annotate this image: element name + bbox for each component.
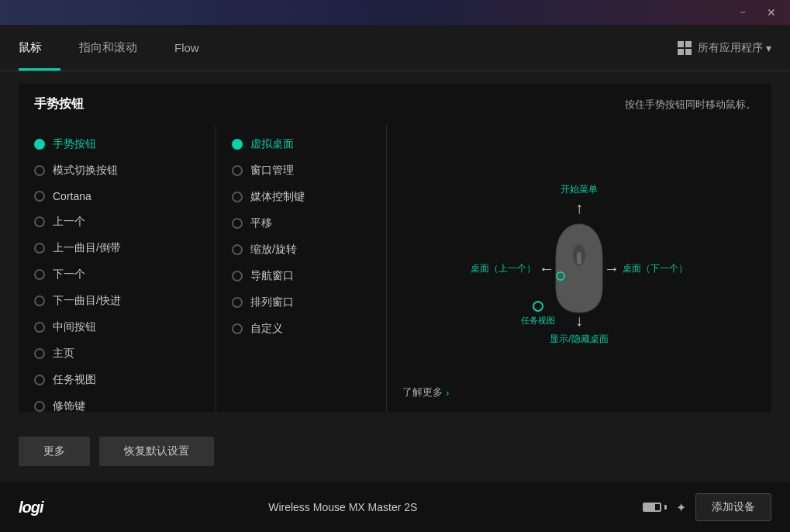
up-label: 开始菜单 ↑ [561, 183, 598, 217]
label-prev-track: 上一曲目/倒带 [53, 241, 121, 255]
radio-zoom-rotate [232, 244, 243, 255]
label-task-view: 任务视图 [53, 373, 96, 387]
list-item-home[interactable]: 主页 [19, 340, 216, 367]
add-device-button[interactable]: 添加设备 [695, 493, 771, 521]
mid-item-virtual-desktop[interactable]: 虚拟桌面 [216, 131, 386, 157]
left-label: 桌面（上一个） ← [471, 260, 554, 278]
left-column: 手势按钮 模式切换按钮 Cortana 上一个 [19, 125, 216, 412]
right-label-text: 桌面（下一个） [623, 262, 688, 275]
nav-right: 所有应用程序 ▾ [678, 41, 771, 55]
list-item-mode-switch[interactable]: 模式切换按钮 [19, 157, 216, 184]
panel: 手势按钮 按住手势按钮同时移动鼠标。 手势按钮 模式切换按钮 [19, 84, 771, 412]
list-item-gesture-btn[interactable]: 手势按钮 [19, 131, 216, 157]
mid-item-tile-window[interactable]: 排列窗口 [216, 289, 386, 316]
radio-home [34, 348, 45, 359]
grid-icon[interactable] [678, 41, 692, 55]
mid-item-pan[interactable]: 平移 [216, 210, 386, 237]
label-prev: 上一个 [53, 215, 85, 229]
down-label: ↓ 显示/隐藏桌面 [550, 312, 608, 346]
radio-cortana [34, 191, 45, 202]
label-media-ctrl: 媒体控制键 [250, 190, 305, 204]
radio-media-ctrl [232, 192, 243, 202]
tab-flow[interactable]: Flow [156, 25, 218, 71]
panel-title: 手势按钮 [34, 96, 84, 112]
logi-logo: logi [19, 499, 43, 516]
radio-prev-track [34, 243, 45, 254]
footer-right: ✦ 添加设备 [643, 493, 771, 521]
top-banner: － ✕ [0, 0, 790, 25]
apps-label: 所有应用程序 [698, 41, 763, 55]
radio-window-mgmt [232, 165, 243, 176]
tab-mouse[interactable]: 鼠标 [19, 25, 60, 71]
list-item-prev-track[interactable]: 上一曲目/倒带 [19, 235, 216, 261]
task-view-indicator: 任务视图 [521, 301, 555, 326]
radio-pan [232, 218, 243, 229]
nav-tabs: 鼠标 指向和滚动 Flow 所有应用程序 ▾ [0, 25, 790, 71]
radio-custom [232, 323, 243, 334]
radio-modifier [34, 401, 45, 412]
list-item-modifier[interactable]: 修饰键 [19, 393, 216, 412]
list-item-cortana[interactable]: Cortana [19, 184, 216, 209]
battery-body [643, 503, 661, 512]
svg-rect-1 [577, 252, 581, 264]
panel-header: 手势按钮 按住手势按钮同时移动鼠标。 [19, 84, 771, 125]
main-content: 手势按钮 按住手势按钮同时移动鼠标。 手势按钮 模式切换按钮 [0, 71, 790, 424]
label-gesture-btn: 手势按钮 [53, 137, 96, 151]
radio-next [34, 269, 45, 280]
mouse-body [548, 218, 610, 319]
right-label: → 桌面（下一个） [604, 260, 688, 278]
panel-body: 手势按钮 模式切换按钮 Cortana 上一个 [19, 125, 771, 412]
apps-dropdown[interactable]: 所有应用程序 ▾ [698, 41, 771, 55]
label-next: 下一个 [53, 268, 85, 282]
down-arrow-icon: ↓ [575, 312, 583, 330]
label-home: 主页 [53, 347, 74, 361]
bottom-bar: 更多 恢复默认设置 [0, 424, 790, 478]
radio-mode-switch [34, 165, 45, 176]
label-middle-btn: 中间按钮 [53, 320, 96, 334]
label-mode-switch: 模式切换按钮 [53, 164, 118, 178]
more-button[interactable]: 更多 [19, 437, 90, 466]
battery-fill [644, 504, 655, 510]
down-label-text: 显示/隐藏桌面 [550, 333, 608, 346]
list-item-task-view[interactable]: 任务视图 [19, 367, 216, 393]
radio-middle-btn [34, 322, 45, 333]
right-column: 开始菜单 ↑ 桌面（上一个） ← [387, 125, 771, 412]
label-next-track: 下一曲目/快进 [53, 294, 121, 308]
label-window-mgmt: 窗口管理 [250, 164, 294, 178]
close-button[interactable]: ✕ [762, 3, 781, 22]
learn-more-button[interactable]: 了解更多 › [402, 385, 449, 399]
mid-item-window-mgmt[interactable]: 窗口管理 [216, 157, 386, 184]
list-item-middle-btn[interactable]: 中间按钮 [19, 314, 216, 340]
list-item-prev[interactable]: 上一个 [19, 209, 216, 235]
mid-item-media-ctrl[interactable]: 媒体控制键 [216, 184, 386, 210]
right-arrow-icon: → [604, 260, 619, 278]
task-view-dot [533, 301, 543, 312]
label-modifier: 修饰键 [53, 399, 85, 412]
task-view-label-text: 任务视图 [521, 315, 555, 326]
tab-pointing[interactable]: 指向和滚动 [60, 25, 156, 71]
device-name: Wireless Mouse MX Master 2S [43, 501, 643, 513]
label-pan: 平移 [250, 216, 272, 230]
label-zoom-rotate: 缩放/旋转 [250, 243, 297, 257]
radio-nav-window [232, 271, 243, 282]
bluetooth-icon: ✦ [676, 500, 686, 515]
chevron-down-icon: ▾ [766, 42, 771, 54]
radio-gesture-btn [34, 139, 45, 150]
reset-button[interactable]: 恢复默认设置 [99, 437, 214, 466]
mid-item-nav-window[interactable]: 导航窗口 [216, 263, 386, 289]
list-item-next[interactable]: 下一个 [19, 261, 216, 288]
label-cortana: Cortana [53, 190, 91, 202]
radio-virtual-desktop [232, 139, 243, 150]
mid-item-zoom-rotate[interactable]: 缩放/旋转 [216, 237, 386, 263]
label-tile-window: 排列窗口 [250, 295, 294, 309]
label-custom: 自定义 [250, 322, 283, 336]
battery-icon [643, 503, 667, 512]
mid-item-custom[interactable]: 自定义 [216, 316, 386, 342]
battery-tip [664, 505, 667, 510]
label-nav-window: 导航窗口 [250, 269, 294, 283]
radio-task-view [34, 375, 45, 385]
panel-hint: 按住手势按钮同时移动鼠标。 [625, 98, 756, 112]
minimize-button[interactable]: － [733, 2, 753, 22]
radio-next-track [34, 295, 45, 306]
list-item-next-track[interactable]: 下一曲目/快进 [19, 288, 216, 314]
